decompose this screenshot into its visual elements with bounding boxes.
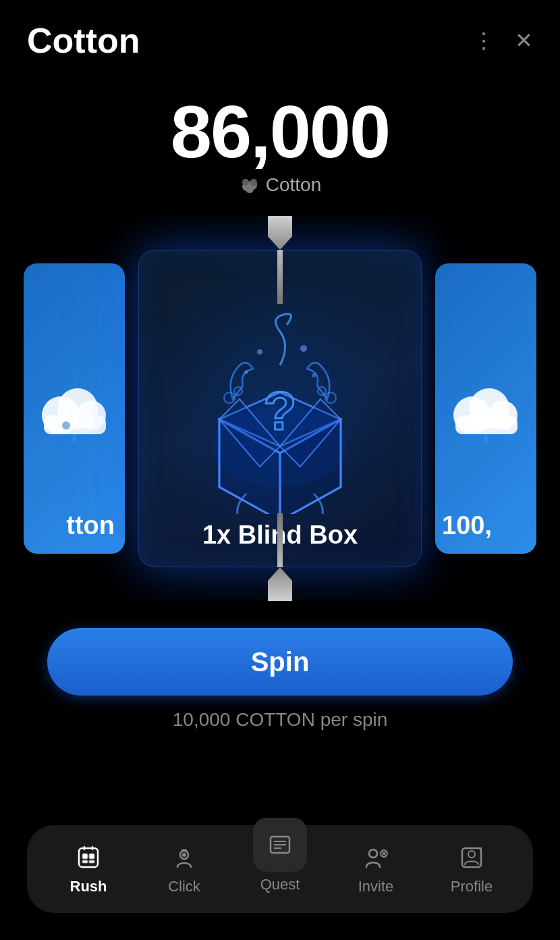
svg-rect-28 xyxy=(89,854,94,859)
close-icon[interactable]: ✕ xyxy=(515,28,533,53)
svg-point-19 xyxy=(312,373,316,377)
svg-point-20 xyxy=(213,406,347,487)
profile-icon xyxy=(457,843,486,872)
spin-section: Spin 10,000 COTTON per spin xyxy=(0,601,560,744)
svg-point-18 xyxy=(244,370,248,374)
right-cloud-icon xyxy=(445,368,526,449)
spin-cost: 10,000 COTTON per spin xyxy=(173,709,388,731)
nav-label-rush: Rush xyxy=(70,878,107,895)
nav-label-click: Click xyxy=(168,878,200,895)
score-section: 86,000 Cotton xyxy=(0,74,560,209)
nav-label-profile: Profile xyxy=(451,878,493,895)
nav-item-rush[interactable]: Rush xyxy=(48,843,129,895)
svg-point-10 xyxy=(62,421,70,429)
nav-item-invite[interactable]: Invite xyxy=(335,843,416,895)
quest-button[interactable] xyxy=(253,818,307,872)
score-label: Cotton xyxy=(0,174,560,196)
pointer-bottom-shape xyxy=(260,567,300,601)
nav-item-profile[interactable]: Profile xyxy=(431,843,512,895)
header-actions: ⋮ ✕ xyxy=(473,28,533,53)
more-icon[interactable]: ⋮ xyxy=(473,28,495,53)
nav-item-quest[interactable]: Quest xyxy=(240,845,320,893)
header: Cotton ⋮ ✕ xyxy=(0,0,560,74)
svg-point-4 xyxy=(250,179,257,186)
spin-button[interactable]: Spin xyxy=(47,628,513,696)
app-title: Cotton xyxy=(27,20,140,61)
svg-rect-24 xyxy=(455,415,517,434)
slot-section: tton ? xyxy=(0,216,560,601)
bottom-nav: Rush Click Quest xyxy=(27,825,533,913)
svg-point-2 xyxy=(246,185,254,193)
score-currency: Cotton xyxy=(266,174,322,196)
card-right: 100, xyxy=(435,263,536,554)
card-left-label: tton xyxy=(66,511,115,540)
invite-icon xyxy=(361,843,391,872)
svg-rect-27 xyxy=(82,854,88,859)
click-icon xyxy=(169,843,199,872)
slot-pointer-top xyxy=(260,216,300,304)
quest-icon xyxy=(267,831,293,858)
pointer-top-stem xyxy=(277,250,283,304)
blind-box-icon: ? xyxy=(179,311,381,514)
card-left: tton xyxy=(24,263,125,554)
svg-rect-33 xyxy=(181,850,187,852)
nav-item-click[interactable]: Click xyxy=(144,843,225,895)
left-cloud-icon xyxy=(34,368,115,449)
svg-rect-30 xyxy=(89,860,94,863)
svg-point-16 xyxy=(257,349,262,355)
card-right-label: 100, xyxy=(442,511,492,540)
nav-label-invite: Invite xyxy=(358,878,394,895)
svg-point-32 xyxy=(183,854,186,857)
svg-rect-8 xyxy=(44,415,106,434)
svg-rect-29 xyxy=(82,860,88,863)
svg-rect-26 xyxy=(79,848,98,867)
rush-icon xyxy=(74,843,103,872)
svg-point-17 xyxy=(300,345,307,352)
cotton-icon xyxy=(239,174,260,196)
slot-pointer-bottom xyxy=(260,513,300,601)
score-value: 86,000 xyxy=(0,95,560,169)
svg-point-41 xyxy=(468,851,475,858)
svg-point-3 xyxy=(242,179,249,186)
svg-point-38 xyxy=(369,850,377,858)
pointer-top-shape xyxy=(260,216,300,250)
nav-label-quest: Quest xyxy=(260,876,300,893)
pointer-bottom-stem xyxy=(277,513,283,567)
